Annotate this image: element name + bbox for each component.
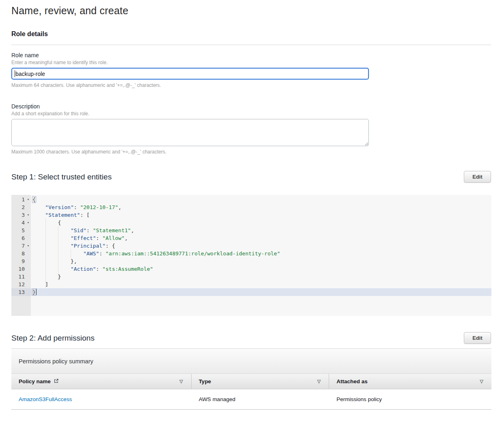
external-link-icon (54, 378, 59, 385)
code-line[interactable]: "Principal": { (31, 242, 491, 250)
permissions-summary-title: Permissions policy summary (11, 349, 491, 374)
json-string: "arn:aws:iam::541263489771:role/workload… (106, 250, 280, 257)
json-punctuation: ] (32, 281, 48, 287)
code-line[interactable]: } (31, 288, 491, 296)
column-label: Type (199, 378, 211, 384)
trust-policy-editor[interactable]: 1▾23▾4▾567▾8910111213 { "Version": "2012… (11, 195, 491, 316)
editor-gutter: 1▾23▾4▾567▾8910111213 (11, 195, 31, 316)
code-line[interactable]: "AWS": "arn:aws:iam::541263489771:role/w… (31, 250, 491, 257)
line-number: 7 (11, 242, 26, 250)
column-label: Attached as (336, 378, 368, 384)
code-line[interactable]: { (31, 219, 491, 227)
column-header-policy-name[interactable]: Policy name ▽ (11, 374, 192, 389)
code-line[interactable]: "Statement": [ (31, 211, 491, 219)
json-punctuation: , (131, 227, 134, 233)
code-line[interactable]: { (31, 196, 491, 203)
json-punctuation: , (125, 235, 128, 241)
gutter-line: 8 (11, 250, 31, 257)
gutter-line: 9 (11, 257, 31, 265)
line-number: 11 (11, 273, 26, 281)
sort-icon[interactable]: ▽ (179, 379, 183, 384)
gutter-line: 13 (11, 288, 31, 296)
column-header-attached-as[interactable]: Attached as ▽ (329, 374, 491, 389)
fold-toggle-icon[interactable]: ▾ (26, 219, 31, 227)
code-line[interactable]: "Sid": "Statement1", (31, 227, 491, 234)
json-punctuation: : (74, 204, 80, 210)
gutter-line: 6 (11, 234, 31, 242)
description-label: Description (11, 103, 491, 110)
json-key: "Effect" (71, 235, 96, 241)
role-details-heading: Role details (11, 30, 491, 38)
line-number: 3 (11, 211, 26, 219)
line-number: 13 (11, 288, 26, 296)
line-number: 10 (11, 265, 26, 273)
line-number: 6 (11, 234, 26, 242)
table-row: AmazonS3FullAccess AWS managed Permissio… (11, 389, 491, 410)
gutter-line: 7▾ (11, 242, 31, 250)
role-name-constraint: Maximum 64 characters. Use alphanumeric … (11, 82, 491, 88)
role-name-input[interactable] (11, 68, 369, 80)
role-name-hint: Enter a meaningful name to identify this… (11, 60, 491, 65)
step1-heading: Step 1: Select trusted entities (11, 173, 112, 181)
json-punctuation (32, 250, 83, 257)
json-punctuation: } (32, 274, 61, 280)
page: Name, review, and create Role details Ro… (0, 5, 504, 410)
code-line[interactable]: "Effect": "Allow", (31, 234, 491, 242)
step2-header-row: Step 2: Add permissions Edit (11, 332, 491, 344)
line-number: 1 (11, 196, 26, 203)
gutter-line: 11 (11, 273, 31, 281)
fold-toggle-icon[interactable]: ▾ (26, 196, 31, 203)
json-key: "Statement" (45, 212, 80, 218)
gutter-line: 2 (11, 203, 31, 211)
json-punctuation (32, 266, 71, 272)
description-constraint: Maximum 1000 characters. Use alphanumeri… (11, 149, 491, 155)
json-punctuation (32, 243, 71, 249)
gutter-line: 10 (11, 265, 31, 273)
description-textarea[interactable] (11, 119, 369, 146)
gutter-line: 4▾ (11, 219, 31, 227)
gutter-line: 1▾ (11, 196, 31, 203)
line-number: 9 (11, 257, 26, 265)
role-name-label: Role name (11, 52, 491, 58)
fold-toggle-icon[interactable]: ▾ (26, 242, 31, 250)
json-punctuation (32, 212, 45, 218)
code-line[interactable]: ] (31, 281, 491, 288)
step2-heading: Step 2: Add permissions (11, 334, 95, 343)
line-number: 12 (11, 281, 26, 288)
editor-caret (36, 289, 37, 295)
code-line[interactable]: }, (31, 257, 491, 265)
json-punctuation: { (32, 196, 36, 203)
step2-edit-button[interactable]: Edit (464, 332, 491, 344)
cell-attached-as: Permissions policy (329, 389, 491, 409)
json-key: "AWS" (83, 250, 99, 257)
line-number: 4 (11, 219, 26, 227)
code-line[interactable]: "Action": "sts:AssumeRole" (31, 265, 491, 273)
json-string: "2012-10-17" (80, 204, 118, 210)
json-punctuation: : (86, 227, 93, 233)
sort-icon[interactable]: ▽ (480, 379, 483, 384)
editor-code[interactable]: { "Version": "2012-10-17", "Statement": … (31, 195, 491, 316)
fold-toggle-icon[interactable]: ▾ (26, 211, 31, 219)
step1-edit-button[interactable]: Edit (464, 171, 491, 183)
code-line[interactable]: "Version": "2012-10-17", (31, 203, 491, 211)
json-string: "Statement1" (93, 227, 131, 233)
json-punctuation: { (32, 220, 61, 226)
column-label: Policy name (19, 378, 51, 384)
json-punctuation: } (32, 289, 36, 296)
gutter-line: 3▾ (11, 211, 31, 219)
json-punctuation (32, 235, 71, 241)
json-punctuation (32, 204, 45, 210)
json-key: "Version" (45, 204, 73, 210)
description-hint: Add a short explanation for this role. (11, 111, 491, 117)
json-punctuation: : { (106, 243, 115, 249)
code-line[interactable]: } (31, 273, 491, 281)
cell-type: AWS managed (192, 389, 330, 409)
policy-name-link[interactable]: AmazonS3FullAccess (19, 396, 72, 402)
divider (11, 45, 491, 45)
json-punctuation: , (118, 204, 121, 210)
sort-icon[interactable]: ▽ (317, 379, 321, 384)
column-header-type[interactable]: Type ▽ (192, 374, 330, 389)
text-caret (15, 70, 15, 77)
step1-header-row: Step 1: Select trusted entities Edit (11, 171, 491, 183)
json-punctuation: : (99, 250, 106, 257)
